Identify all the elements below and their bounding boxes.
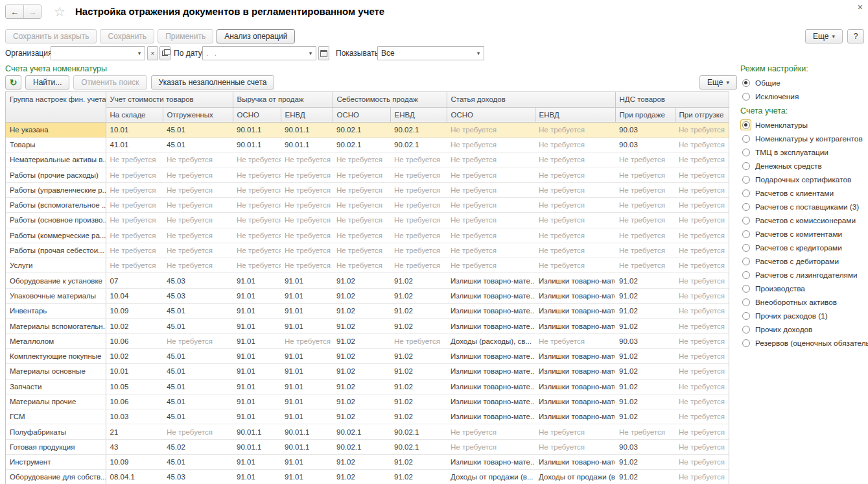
account-cell[interactable]: Излишки товарно-мате... [447, 364, 535, 379]
account-type-option[interactable]: Денежных средств [740, 159, 867, 173]
account-cell[interactable]: 91.01 [233, 455, 281, 470]
account-cell[interactable]: Не требуется [163, 152, 233, 167]
account-cell[interactable]: Не требуется [281, 182, 333, 197]
row-name-cell[interactable]: Не указана [6, 122, 106, 137]
column-subheader[interactable]: ОСНО [333, 107, 390, 122]
account-type-option[interactable]: Прочих расходов (1) [740, 309, 867, 322]
analyze-operations-button[interactable]: Анализ операций [217, 29, 295, 43]
account-cell[interactable]: Не требуется [615, 167, 675, 182]
account-cell[interactable]: 10.01 [106, 122, 163, 137]
account-cell[interactable]: Не требуется [163, 182, 233, 197]
account-cell[interactable]: 10.03 [106, 409, 163, 424]
row-name-cell[interactable]: Товары [6, 137, 106, 152]
account-cell[interactable]: 91.02 [333, 319, 390, 333]
account-cell[interactable]: Не требуется [675, 228, 729, 243]
account-cell[interactable]: 91.01 [233, 348, 281, 363]
forward-button[interactable]: → [23, 5, 41, 18]
table-row[interactable]: Работы (коммерческие ра...Не требуетсяНе… [6, 228, 729, 243]
account-cell[interactable]: 91.02 [615, 394, 675, 409]
account-cell[interactable]: 45.01 [163, 394, 233, 409]
calendar-button[interactable] [318, 46, 329, 60]
account-cell[interactable]: 41.01 [106, 137, 163, 152]
save-close-button[interactable]: Сохранить и закрыть [5, 29, 97, 43]
account-cell[interactable]: Не требуется [233, 258, 281, 273]
account-cell[interactable]: 90.01.1 [233, 137, 281, 152]
account-cell[interactable]: Излишки товарно-мате... [535, 409, 615, 424]
account-cell[interactable]: Не требуется [333, 243, 390, 258]
account-cell[interactable]: 91.02 [615, 470, 675, 484]
account-cell[interactable]: Не требуется [615, 182, 675, 197]
account-cell[interactable]: Не требуется [615, 258, 675, 273]
account-cell[interactable]: 10.09 [106, 455, 163, 470]
account-cell[interactable]: Не требуется [106, 152, 163, 167]
account-cell[interactable]: Не требуется [535, 439, 615, 454]
row-name-cell[interactable]: Работы (управленческие р... [6, 182, 106, 197]
row-name-cell[interactable]: Работы (коммерческие ра... [6, 228, 106, 243]
account-cell[interactable]: Не требуется [281, 152, 333, 167]
account-cell[interactable]: Не требуется [233, 167, 281, 182]
row-name-cell[interactable]: Инструмент [6, 455, 106, 470]
account-cell[interactable]: Не требуется [390, 197, 447, 212]
account-type-option[interactable]: Внеоборотных активов [740, 295, 867, 309]
account-cell[interactable]: 90.01.1 [233, 424, 281, 439]
radio-button-icon[interactable] [740, 133, 751, 144]
account-cell[interactable]: 91.01 [281, 304, 333, 319]
account-cell[interactable]: Излишки товарно-мате... [535, 319, 615, 333]
account-cell[interactable]: Излишки товарно-мате... [447, 304, 535, 319]
account-cell[interactable]: 91.01 [233, 273, 281, 288]
account-cell[interactable]: 10.04 [106, 288, 163, 303]
account-cell[interactable]: Не требуется [675, 319, 729, 333]
radio-button-icon[interactable] [740, 324, 751, 335]
column-subheader[interactable]: На складе [106, 107, 163, 122]
radio-button-icon[interactable] [740, 337, 751, 348]
account-cell[interactable]: 91.02 [333, 333, 390, 348]
account-cell[interactable]: 91.01 [233, 379, 281, 394]
account-cell[interactable]: Излишки товарно-мате... [535, 348, 615, 363]
row-name-cell[interactable]: Нематериальные активы в... [6, 152, 106, 167]
account-cell[interactable]: 91.01 [281, 364, 333, 379]
radio-button-icon[interactable] [740, 160, 751, 171]
row-name-cell[interactable]: Готовая продукция [6, 439, 106, 454]
account-cell[interactable]: Излишки товарно-мате... [535, 455, 615, 470]
row-name-cell[interactable]: Услуги [6, 258, 106, 273]
row-name-cell[interactable]: Металлолом [6, 333, 106, 348]
account-cell[interactable]: 10.01 [106, 364, 163, 379]
account-cell[interactable]: Не требуется [163, 258, 233, 273]
account-cell[interactable]: Не требуется [390, 182, 447, 197]
more-button-table[interactable]: Еще ▾ [699, 75, 737, 90]
account-type-option[interactable]: Расчетов с поставщиками (3) [740, 200, 867, 213]
column-header-group[interactable]: Группа настроек фин. учета [6, 92, 106, 122]
account-cell[interactable]: 08.04.1 [106, 470, 163, 484]
account-cell[interactable]: 10.02 [106, 348, 163, 363]
account-cell[interactable]: 91.02 [333, 273, 390, 288]
account-cell[interactable]: Не требуется [447, 152, 535, 167]
account-cell[interactable]: Не требуется [106, 182, 163, 197]
column-group-header[interactable]: НДС товаров [615, 92, 729, 107]
account-cell[interactable]: Не требуется [281, 197, 333, 212]
account-cell[interactable]: Не требуется [163, 213, 233, 228]
account-cell[interactable]: Не требуется [535, 258, 615, 273]
account-cell[interactable]: Не требуется [535, 424, 615, 439]
account-cell[interactable]: Не требуется [535, 197, 615, 212]
column-subheader[interactable]: ЕНВД [281, 107, 333, 122]
account-type-option[interactable]: Резервов (оценочных обязательств) [740, 336, 867, 350]
account-cell[interactable]: 91.02 [615, 364, 675, 379]
table-row[interactable]: Инструмент10.0945.0191.0191.0191.0291.02… [6, 455, 729, 470]
account-type-option[interactable]: Номенклатуры у контрагентов [740, 132, 867, 145]
account-cell[interactable]: 45.01 [163, 304, 233, 319]
radio-button-icon[interactable] [740, 256, 751, 267]
account-cell[interactable]: Не требуется [233, 213, 281, 228]
account-cell[interactable]: 91.02 [333, 394, 390, 409]
account-cell[interactable]: 45.01 [163, 379, 233, 394]
account-cell[interactable]: Не требуется [535, 213, 615, 228]
account-cell[interactable]: Не требуется [163, 424, 233, 439]
account-cell[interactable]: Не требуется [675, 379, 729, 394]
account-cell[interactable]: Не требуется [447, 182, 535, 197]
row-name-cell[interactable]: Работы (прочие расходы) [6, 167, 106, 182]
account-cell[interactable]: Не требуется [535, 137, 615, 152]
account-cell[interactable]: 91.02 [615, 319, 675, 333]
account-cell[interactable]: Не требуется [447, 167, 535, 182]
account-cell[interactable]: 91.02 [615, 455, 675, 470]
account-cell[interactable]: Не требуется [675, 348, 729, 363]
table-row[interactable]: Оборудование для собств...08.04.145.0391… [6, 470, 729, 484]
